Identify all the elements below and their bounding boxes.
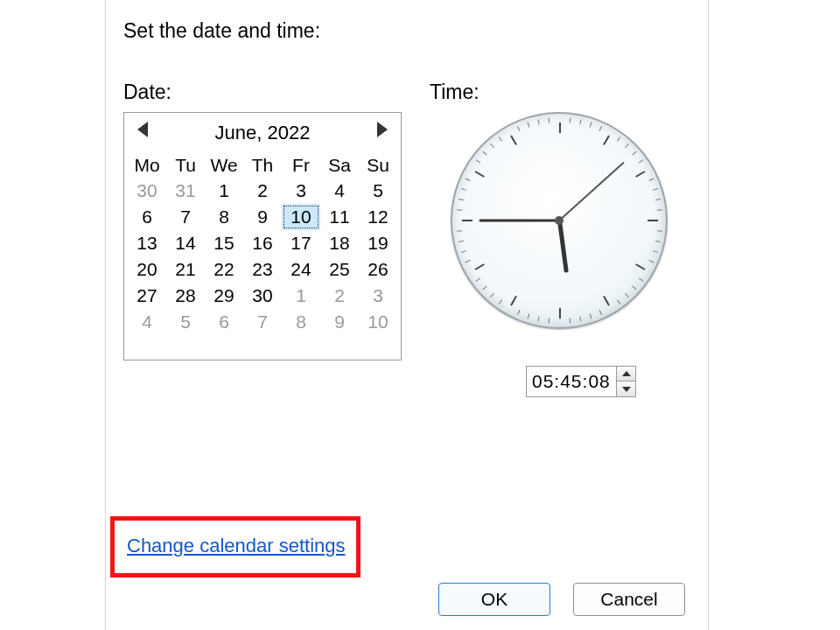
calendar-day[interactable]: 10 <box>282 204 320 230</box>
clock-tick-minor <box>528 122 530 128</box>
calendar-day[interactable]: 5 <box>359 178 397 204</box>
calendar-day[interactable]: 10 <box>359 309 397 335</box>
time-spin-down-button[interactable] <box>617 382 635 396</box>
time-spinner <box>526 366 636 397</box>
clock-tick-minor <box>549 318 550 323</box>
calendar-weekday-label: Sa <box>320 153 359 178</box>
calendar-day[interactable]: 9 <box>320 309 359 335</box>
calendar-day[interactable]: 2 <box>243 178 282 204</box>
time-spin-up-button[interactable] <box>617 367 635 382</box>
calendar-day[interactable]: 7 <box>166 204 205 230</box>
ok-button[interactable]: OK <box>438 583 550 616</box>
calendar-weekday-label: Th <box>243 153 282 178</box>
change-calendar-settings-link[interactable]: Change calendar settings <box>127 535 346 556</box>
calendar-day[interactable]: 19 <box>359 230 397 256</box>
calendar-day[interactable]: 15 <box>205 230 243 256</box>
clock-tick-minor <box>458 199 464 200</box>
clock-tick-major <box>510 136 517 145</box>
clock-tick-minor <box>579 119 581 124</box>
calendar-day[interactable]: 7 <box>243 309 282 335</box>
calendar-day[interactable]: 8 <box>205 204 243 230</box>
clock-tick-minor <box>537 119 539 124</box>
clock-tick-major <box>603 296 610 305</box>
analog-clock <box>451 112 668 329</box>
calendar-day[interactable]: 6 <box>205 309 243 335</box>
clock-tick-major <box>475 171 485 178</box>
calendar-day[interactable]: 18 <box>320 230 359 256</box>
clock-tick-minor <box>639 159 643 163</box>
calendar-day[interactable]: 24 <box>282 256 320 283</box>
clock-tick-minor <box>465 260 470 262</box>
clock-tick-minor <box>579 316 581 321</box>
clock-tick-minor <box>625 144 629 148</box>
calendar-day[interactable]: 8 <box>282 309 320 335</box>
calendar: June, 2022 MoTuWeThFrSaSu303112345678910… <box>123 112 402 360</box>
clock-tick-minor <box>476 159 480 163</box>
calendar-day[interactable]: 4 <box>320 178 359 204</box>
calendar-weekday-label: Tu <box>166 153 205 178</box>
clock-tick-minor <box>499 136 502 141</box>
clock-tick-minor <box>570 118 571 123</box>
dialog-heading: Set the date and time: <box>123 19 320 43</box>
clock-tick-minor <box>517 126 520 131</box>
calendar-day[interactable]: 28 <box>166 283 205 309</box>
calendar-day[interactable]: 29 <box>205 283 243 309</box>
clock-tick-major <box>559 308 561 318</box>
calendar-day[interactable]: 23 <box>243 256 282 283</box>
calendar-day[interactable]: 11 <box>320 204 359 230</box>
calendar-day[interactable]: 26 <box>359 256 397 283</box>
clock-tick-major <box>510 296 517 305</box>
clock-tick-minor <box>499 299 502 304</box>
prev-month-icon[interactable] <box>137 122 148 137</box>
calendar-month-label[interactable]: June, 2022 <box>215 122 311 144</box>
date-time-dialog: Set the date and time: Date: Time: June,… <box>105 0 709 630</box>
clock-minute-hand <box>479 220 559 222</box>
calendar-day[interactable]: 3 <box>359 283 397 309</box>
calendar-day[interactable]: 27 <box>128 283 166 309</box>
time-input[interactable] <box>526 366 617 397</box>
calendar-day[interactable]: 3 <box>282 178 320 204</box>
calendar-day[interactable]: 17 <box>282 230 320 256</box>
dialog-button-row: OK Cancel <box>438 583 685 616</box>
calendar-day[interactable]: 21 <box>166 256 205 283</box>
clock-tick-minor <box>461 250 466 253</box>
clock-tick-minor <box>599 126 602 131</box>
calendar-day[interactable]: 6 <box>128 204 166 230</box>
clock-tick-minor <box>461 188 466 191</box>
clock-hour-hand <box>557 220 569 273</box>
clock-tick-minor <box>655 199 661 200</box>
next-month-icon[interactable] <box>377 122 388 137</box>
calendar-day[interactable]: 22 <box>205 256 243 283</box>
clock-tick-minor <box>625 293 629 298</box>
calendar-day[interactable]: 9 <box>243 204 282 230</box>
clock-tick-minor <box>457 230 462 232</box>
calendar-day[interactable]: 1 <box>205 178 243 204</box>
calendar-day[interactable]: 1 <box>282 283 320 309</box>
calendar-day[interactable]: 25 <box>320 256 359 283</box>
calendar-day[interactable]: 20 <box>128 256 166 283</box>
calendar-day[interactable]: 5 <box>166 309 205 335</box>
calendar-day[interactable]: 30 <box>243 283 282 309</box>
calendar-day[interactable]: 12 <box>359 204 397 230</box>
calendar-day[interactable]: 4 <box>128 309 166 335</box>
clock-tick-major <box>648 220 658 221</box>
clock-tick-minor <box>537 316 539 321</box>
clock-tick-minor <box>617 136 620 141</box>
cancel-button[interactable]: Cancel <box>573 583 685 616</box>
clock-tick-major <box>635 263 645 270</box>
calendar-day[interactable]: 31 <box>166 178 205 204</box>
calendar-day[interactable]: 14 <box>166 230 205 256</box>
calendar-weekday-label: Mo <box>128 153 166 178</box>
calendar-weekday-label: Fr <box>282 153 320 178</box>
clock-tick-minor <box>549 118 550 123</box>
clock-tick-minor <box>457 209 462 211</box>
clock-tick-minor <box>528 313 530 318</box>
calendar-day[interactable]: 30 <box>128 178 166 204</box>
chevron-up-icon <box>622 371 631 376</box>
clock-tick-minor <box>590 122 592 128</box>
calendar-grid: MoTuWeThFrSaSu30311234567891011121314151… <box>124 153 401 339</box>
clock-second-hand <box>558 162 624 221</box>
calendar-day[interactable]: 13 <box>128 230 166 256</box>
calendar-day[interactable]: 2 <box>320 283 359 309</box>
calendar-day[interactable]: 16 <box>243 230 282 256</box>
